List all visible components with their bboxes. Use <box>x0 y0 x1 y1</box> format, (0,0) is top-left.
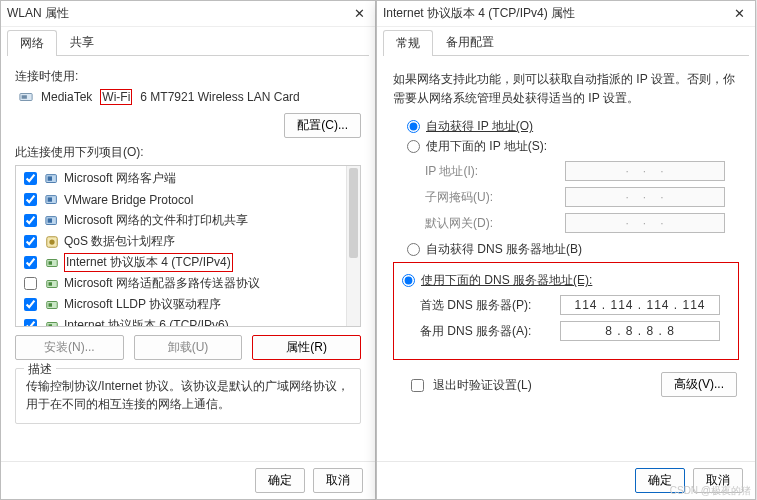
wlan-properties-dialog: WLAN 属性 ✕ 网络 共享 连接时使用: MediaTek Wi-Fi 6 … <box>0 0 376 500</box>
item-label: VMware Bridge Protocol <box>64 193 193 207</box>
ip-auto-radio-row[interactable]: 自动获得 IP 地址(O) <box>407 118 741 135</box>
uninstall-button[interactable]: 卸载(U) <box>134 335 243 360</box>
ip-address-input: · · · <box>565 161 725 181</box>
list-item[interactable]: Microsoft LLDP 协议驱动程序 <box>20 294 342 315</box>
proto-icon <box>45 319 59 328</box>
svg-rect-7 <box>48 218 52 222</box>
item-label: Microsoft 网络适配器多路传送器协议 <box>64 275 260 292</box>
ip-auto-label: 自动获得 IP 地址(O) <box>426 118 533 135</box>
close-icon[interactable]: ✕ <box>730 6 749 21</box>
qos-icon <box>45 235 59 249</box>
adapter-row: MediaTek Wi-Fi 6 MT7921 Wireless LAN Car… <box>19 89 361 105</box>
dns-manual-radio-row[interactable]: 使用下面的 DNS 服务器地址(E): <box>402 272 730 289</box>
dns-auto-radio[interactable] <box>407 243 420 256</box>
svg-rect-13 <box>49 282 53 286</box>
ip-auto-radio[interactable] <box>407 120 420 133</box>
description-text: 传输控制协议/Internet 协议。该协议是默认的广域网络协议，用于在不同的相… <box>26 377 350 413</box>
net-icon <box>45 172 59 186</box>
proto-icon <box>45 256 59 270</box>
description-group: 描述 传输控制协议/Internet 协议。该协议是默认的广域网络协议，用于在不… <box>15 368 361 424</box>
close-icon[interactable]: ✕ <box>350 6 369 21</box>
list-item[interactable]: Microsoft 网络的文件和打印机共享 <box>20 210 342 231</box>
advanced-button[interactable]: 高级(V)... <box>661 372 737 397</box>
description-title: 描述 <box>24 361 56 378</box>
svg-rect-17 <box>49 324 53 327</box>
item-checkbox[interactable] <box>24 172 37 185</box>
tab-network[interactable]: 网络 <box>7 30 57 56</box>
validate-label: 退出时验证设置(L) <box>433 377 532 394</box>
list-item[interactable]: Internet 协议版本 4 (TCP/IPv4) <box>20 252 342 273</box>
items-label: 此连接使用下列项目(O): <box>15 144 361 161</box>
list-item[interactable]: Internet 协议版本 6 (TCP/IPv6) <box>20 315 342 327</box>
proto-icon <box>45 298 59 312</box>
wlan-ok-button[interactable]: 确定 <box>255 468 305 493</box>
wlan-cancel-button[interactable]: 取消 <box>313 468 363 493</box>
install-button[interactable]: 安装(N)... <box>15 335 124 360</box>
ip-manual-radio-row[interactable]: 使用下面的 IP 地址(S): <box>407 138 741 155</box>
alt-dns-input[interactable]: 8 . 8 . 8 . 8 <box>560 321 720 341</box>
list-item[interactable]: QoS 数据包计划程序 <box>20 231 342 252</box>
ip-manual-radio[interactable] <box>407 140 420 153</box>
tab-general[interactable]: 常规 <box>383 30 433 56</box>
item-label: Internet 协议版本 6 (TCP/IPv6) <box>64 317 229 327</box>
proto-icon <box>45 277 59 291</box>
item-checkbox[interactable] <box>24 298 37 311</box>
scrollbar-thumb[interactable] <box>349 168 358 258</box>
svg-rect-11 <box>49 261 53 265</box>
watermark: CSDN @极夜的猪 <box>670 484 751 498</box>
ipv4-title: Internet 协议版本 4 (TCP/IPv4) 属性 <box>383 5 575 22</box>
list-item[interactable]: Microsoft 网络适配器多路传送器协议 <box>20 273 342 294</box>
ip-address-label: IP 地址(I): <box>425 163 565 180</box>
ipv4-tabs: 常规 备用配置 <box>383 29 749 56</box>
ipv4-properties-dialog: Internet 协议版本 4 (TCP/IPv4) 属性 ✕ 常规 备用配置 … <box>376 0 756 500</box>
net-icon <box>45 214 59 228</box>
validate-checkbox-row[interactable]: 退出时验证设置(L) <box>407 376 661 395</box>
ipv4-intro: 如果网络支持此功能，则可以获取自动指派的 IP 设置。否则，你需要从网络系统管理… <box>393 70 739 108</box>
item-label: Microsoft 网络客户端 <box>64 170 176 187</box>
list-item[interactable]: VMware Bridge Protocol <box>20 189 342 210</box>
dns-manual-radio[interactable] <box>402 274 415 287</box>
dns-manual-group: 使用下面的 DNS 服务器地址(E): 首选 DNS 服务器(P):114 . … <box>393 262 739 360</box>
item-checkbox[interactable] <box>24 256 37 269</box>
svg-point-9 <box>49 239 54 244</box>
dns-auto-radio-row[interactable]: 自动获得 DNS 服务器地址(B) <box>407 241 741 258</box>
gateway-label: 默认网关(D): <box>425 215 565 232</box>
items-listbox[interactable]: Microsoft 网络客户端VMware Bridge ProtocolMic… <box>15 165 361 327</box>
net-icon <box>45 193 59 207</box>
adapter-post: 6 MT7921 Wireless LAN Card <box>140 90 299 104</box>
connect-using-label: 连接时使用: <box>15 68 361 85</box>
svg-rect-3 <box>48 176 52 180</box>
svg-rect-5 <box>48 197 52 201</box>
item-checkbox[interactable] <box>24 277 37 290</box>
item-label: Microsoft LLDP 协议驱动程序 <box>64 296 221 313</box>
alt-dns-label: 备用 DNS 服务器(A): <box>420 323 560 340</box>
item-label: Internet 协议版本 4 (TCP/IPv4) <box>64 253 233 272</box>
configure-button[interactable]: 配置(C)... <box>284 113 361 138</box>
item-label: Microsoft 网络的文件和打印机共享 <box>64 212 248 229</box>
adapter-pre: MediaTek <box>41 90 92 104</box>
item-checkbox[interactable] <box>24 193 37 206</box>
item-checkbox[interactable] <box>24 214 37 227</box>
svg-rect-1 <box>22 95 27 99</box>
item-checkbox[interactable] <box>24 319 37 327</box>
wlan-title: WLAN 属性 <box>7 5 69 22</box>
properties-button[interactable]: 属性(R) <box>252 335 361 360</box>
pref-dns-label: 首选 DNS 服务器(P): <box>420 297 560 314</box>
ipv4-titlebar: Internet 协议版本 4 (TCP/IPv4) 属性 ✕ <box>377 1 755 27</box>
wlan-tabs: 网络 共享 <box>7 29 369 56</box>
item-checkbox[interactable] <box>24 235 37 248</box>
dns-auto-label: 自动获得 DNS 服务器地址(B) <box>426 241 582 258</box>
validate-checkbox[interactable] <box>411 379 424 392</box>
svg-rect-15 <box>49 303 53 307</box>
items-scrollbar[interactable] <box>346 166 360 326</box>
pref-dns-input[interactable]: 114 . 114 . 114 . 114 <box>560 295 720 315</box>
dns-manual-label: 使用下面的 DNS 服务器地址(E): <box>421 272 592 289</box>
tab-alt-config[interactable]: 备用配置 <box>433 29 507 55</box>
tab-share[interactable]: 共享 <box>57 29 107 55</box>
list-item[interactable]: Microsoft 网络客户端 <box>20 168 342 189</box>
gateway-input: · · · <box>565 213 725 233</box>
subnet-mask-input: · · · <box>565 187 725 207</box>
ip-manual-label: 使用下面的 IP 地址(S): <box>426 138 547 155</box>
nic-icon <box>19 90 33 104</box>
item-label: QoS 数据包计划程序 <box>64 233 175 250</box>
